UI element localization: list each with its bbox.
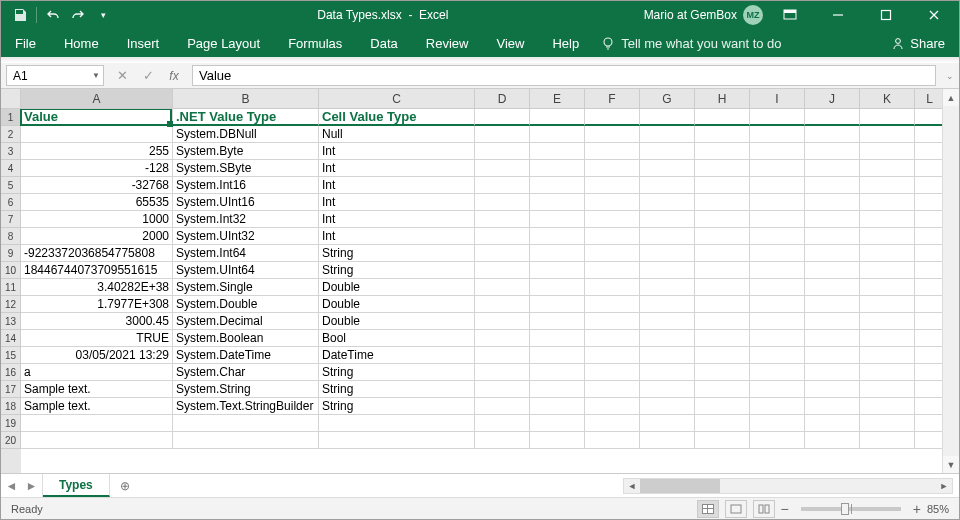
cell[interactable] <box>805 262 860 279</box>
cell[interactable] <box>585 381 640 398</box>
cell[interactable]: -9223372036854775808 <box>21 245 173 262</box>
cell[interactable] <box>640 330 695 347</box>
col-header-K[interactable]: K <box>860 89 915 108</box>
cell[interactable] <box>750 330 805 347</box>
cell[interactable] <box>695 211 750 228</box>
cell[interactable] <box>530 262 585 279</box>
cell[interactable] <box>750 228 805 245</box>
cell[interactable] <box>750 126 805 143</box>
scroll-down-icon[interactable]: ▼ <box>943 456 959 473</box>
cell[interactable]: 255 <box>21 143 173 160</box>
row-header-18[interactable]: 18 <box>1 398 21 415</box>
ribbon-tab-formulas[interactable]: Formulas <box>274 29 356 57</box>
cell[interactable] <box>475 398 530 415</box>
cell[interactable] <box>585 347 640 364</box>
cell[interactable] <box>915 296 945 313</box>
cell[interactable]: String <box>319 364 475 381</box>
cell[interactable] <box>585 109 640 126</box>
cell[interactable] <box>475 279 530 296</box>
col-header-G[interactable]: G <box>640 89 695 108</box>
cell[interactable] <box>585 415 640 432</box>
add-sheet-button[interactable]: ⊕ <box>110 474 140 497</box>
cell[interactable] <box>860 177 915 194</box>
cell[interactable] <box>805 415 860 432</box>
cell[interactable]: Int <box>319 194 475 211</box>
cell[interactable] <box>640 398 695 415</box>
cell[interactable] <box>640 279 695 296</box>
row-header-16[interactable]: 16 <box>1 364 21 381</box>
cell[interactable] <box>750 211 805 228</box>
cell[interactable] <box>805 296 860 313</box>
cell[interactable] <box>475 262 530 279</box>
cell[interactable] <box>475 177 530 194</box>
cell[interactable]: DateTime <box>319 347 475 364</box>
row-header-17[interactable]: 17 <box>1 381 21 398</box>
ribbon-tab-file[interactable]: File <box>1 29 50 57</box>
cell[interactable] <box>530 296 585 313</box>
row-header-11[interactable]: 11 <box>1 279 21 296</box>
cell[interactable] <box>640 296 695 313</box>
cell[interactable] <box>695 296 750 313</box>
cell[interactable] <box>640 262 695 279</box>
cell[interactable] <box>750 381 805 398</box>
cell[interactable] <box>805 228 860 245</box>
cell[interactable]: System.Int64 <box>173 245 319 262</box>
cell[interactable] <box>530 245 585 262</box>
cell[interactable]: String <box>319 245 475 262</box>
cell[interactable] <box>860 211 915 228</box>
cell[interactable]: Sample text. <box>21 398 173 415</box>
cell[interactable]: System.Int16 <box>173 177 319 194</box>
cell[interactable] <box>860 126 915 143</box>
cell[interactable]: Sample text. <box>21 381 173 398</box>
cell[interactable]: 1.7977E+308 <box>21 296 173 313</box>
row-header-9[interactable]: 9 <box>1 245 21 262</box>
cell[interactable] <box>750 398 805 415</box>
cell[interactable] <box>860 160 915 177</box>
cell[interactable] <box>585 211 640 228</box>
cell[interactable] <box>695 194 750 211</box>
cell[interactable]: Null <box>319 126 475 143</box>
cell[interactable] <box>640 211 695 228</box>
cell[interactable] <box>695 347 750 364</box>
cell[interactable] <box>805 381 860 398</box>
col-header-H[interactable]: H <box>695 89 750 108</box>
cell[interactable] <box>173 432 319 449</box>
share-button[interactable]: Share <box>891 36 959 51</box>
cell[interactable] <box>640 347 695 364</box>
cell[interactable] <box>915 211 945 228</box>
fx-icon[interactable]: fx <box>162 65 186 87</box>
cell[interactable] <box>915 415 945 432</box>
cell[interactable] <box>860 313 915 330</box>
chevron-down-icon[interactable]: ▼ <box>92 71 100 80</box>
cell[interactable]: System.Decimal <box>173 313 319 330</box>
cell[interactable] <box>585 330 640 347</box>
row-header-2[interactable]: 2 <box>1 126 21 143</box>
cell[interactable] <box>530 177 585 194</box>
cell[interactable] <box>21 432 173 449</box>
cell[interactable] <box>475 347 530 364</box>
ribbon-tab-review[interactable]: Review <box>412 29 483 57</box>
cell[interactable] <box>530 398 585 415</box>
cell[interactable]: Bool <box>319 330 475 347</box>
cell[interactable] <box>585 313 640 330</box>
cell[interactable] <box>805 432 860 449</box>
prev-sheet-icon[interactable]: ◄ <box>6 479 18 493</box>
cell[interactable] <box>640 313 695 330</box>
normal-view-button[interactable] <box>697 500 719 518</box>
cell[interactable] <box>750 160 805 177</box>
cell[interactable] <box>915 245 945 262</box>
cell[interactable] <box>750 296 805 313</box>
cell[interactable] <box>695 398 750 415</box>
row-header-3[interactable]: 3 <box>1 143 21 160</box>
cell[interactable] <box>805 364 860 381</box>
next-sheet-icon[interactable]: ► <box>26 479 38 493</box>
row-header-15[interactable]: 15 <box>1 347 21 364</box>
minimize-button[interactable] <box>817 1 859 29</box>
cell[interactable]: 18446744073709551615 <box>21 262 173 279</box>
cell[interactable]: TRUE <box>21 330 173 347</box>
qat-dropdown-icon[interactable]: ▾ <box>92 4 114 26</box>
cell[interactable] <box>475 313 530 330</box>
cell[interactable] <box>750 415 805 432</box>
cell[interactable]: System.Int32 <box>173 211 319 228</box>
formula-input[interactable]: Value <box>192 65 936 86</box>
